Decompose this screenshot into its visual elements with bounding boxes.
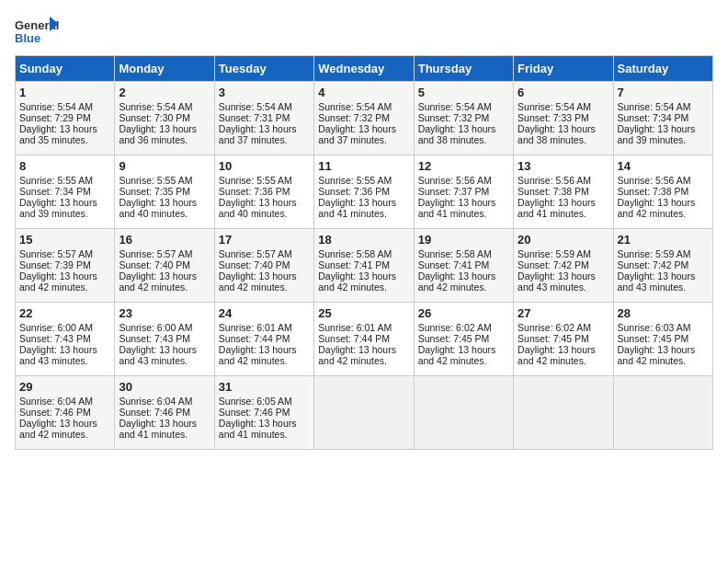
day-info: and 42 minutes. xyxy=(418,355,509,366)
day-cell: 27Sunrise: 6:02 AMSunset: 7:45 PMDayligh… xyxy=(514,303,613,376)
calendar-body: 1Sunrise: 5:54 AMSunset: 7:29 PMDaylight… xyxy=(16,82,713,450)
day-cell: 6Sunrise: 5:54 AMSunset: 7:33 PMDaylight… xyxy=(514,82,613,155)
day-cell: 24Sunrise: 6:01 AMSunset: 7:44 PMDayligh… xyxy=(214,303,313,376)
day-cell: 11Sunrise: 5:55 AMSunset: 7:36 PMDayligh… xyxy=(314,155,414,229)
day-info: and 36 minutes. xyxy=(119,134,210,145)
day-info: Sunrise: 5:55 AM xyxy=(219,175,310,186)
day-number: 26 xyxy=(418,306,509,320)
day-info: Daylight: 13 hours xyxy=(418,197,509,208)
day-info: Sunrise: 6:01 AM xyxy=(219,322,310,333)
day-cell: 21Sunrise: 5:59 AMSunset: 7:42 PMDayligh… xyxy=(613,229,712,303)
header-sunday: Sunday xyxy=(16,56,115,82)
day-info: Sunrise: 5:55 AM xyxy=(119,175,210,186)
day-cell xyxy=(514,376,613,450)
day-info: and 41 minutes. xyxy=(219,429,310,440)
day-number: 25 xyxy=(318,306,409,320)
day-info: Sunset: 7:45 PM xyxy=(618,333,709,344)
calendar-table: SundayMondayTuesdayWednesdayThursdayFrid… xyxy=(15,55,713,450)
day-info: Sunrise: 5:56 AM xyxy=(618,175,709,186)
day-info: Sunset: 7:42 PM xyxy=(618,259,709,270)
day-info: Sunset: 7:44 PM xyxy=(219,333,310,344)
day-info: Sunset: 7:36 PM xyxy=(318,186,409,197)
header-friday: Friday xyxy=(514,56,613,82)
day-info: Daylight: 13 hours xyxy=(119,123,210,134)
day-info: and 42 minutes. xyxy=(19,282,110,293)
day-info: Daylight: 13 hours xyxy=(518,197,609,208)
day-info: and 39 minutes. xyxy=(19,208,110,219)
day-info: Sunset: 7:29 PM xyxy=(19,112,110,123)
day-info: and 39 minutes. xyxy=(618,134,709,145)
day-number: 17 xyxy=(219,233,310,247)
day-info: Sunset: 7:46 PM xyxy=(219,407,310,418)
day-number: 10 xyxy=(219,159,310,173)
day-info: and 41 minutes. xyxy=(518,208,609,219)
day-info: Sunset: 7:45 PM xyxy=(418,333,509,344)
day-info: and 42 minutes. xyxy=(219,282,310,293)
day-info: Daylight: 13 hours xyxy=(418,344,509,355)
day-cell: 25Sunrise: 6:01 AMSunset: 7:44 PMDayligh… xyxy=(314,303,414,376)
day-info: Sunrise: 6:04 AM xyxy=(119,396,210,407)
calendar-header-row: SundayMondayTuesdayWednesdayThursdayFrid… xyxy=(16,56,713,82)
day-info: Sunset: 7:46 PM xyxy=(119,407,210,418)
day-cell: 18Sunrise: 5:58 AMSunset: 7:41 PMDayligh… xyxy=(314,229,414,303)
day-cell: 28Sunrise: 6:03 AMSunset: 7:45 PMDayligh… xyxy=(613,303,712,376)
day-info: Sunset: 7:30 PM xyxy=(119,112,210,123)
day-info: Daylight: 13 hours xyxy=(418,270,509,282)
day-info: and 40 minutes. xyxy=(119,208,210,219)
week-row-2: 8Sunrise: 5:55 AMSunset: 7:34 PMDaylight… xyxy=(16,155,713,229)
day-info: and 42 minutes. xyxy=(618,208,709,219)
week-row-3: 15Sunrise: 5:57 AMSunset: 7:39 PMDayligh… xyxy=(16,229,713,303)
day-info: Sunset: 7:40 PM xyxy=(119,259,210,270)
day-number: 13 xyxy=(518,159,609,173)
day-cell: 7Sunrise: 5:54 AMSunset: 7:34 PMDaylight… xyxy=(613,82,712,155)
day-info: Sunset: 7:34 PM xyxy=(618,112,709,123)
day-info: Daylight: 13 hours xyxy=(318,123,409,134)
day-info: Sunset: 7:44 PM xyxy=(318,333,409,344)
day-info: Sunrise: 5:57 AM xyxy=(219,248,310,259)
day-cell: 19Sunrise: 5:58 AMSunset: 7:41 PMDayligh… xyxy=(414,229,513,303)
day-info: Sunset: 7:45 PM xyxy=(518,333,609,344)
day-number: 11 xyxy=(318,159,409,173)
day-info: Sunset: 7:34 PM xyxy=(19,186,110,197)
day-number: 24 xyxy=(219,306,310,320)
day-cell: 9Sunrise: 5:55 AMSunset: 7:35 PMDaylight… xyxy=(115,155,214,229)
day-cell: 31Sunrise: 6:05 AMSunset: 7:46 PMDayligh… xyxy=(214,376,313,450)
day-info: Sunrise: 5:54 AM xyxy=(618,101,709,112)
day-info: Daylight: 13 hours xyxy=(219,344,310,355)
day-info: Daylight: 13 hours xyxy=(618,197,709,208)
day-info: and 38 minutes. xyxy=(418,134,509,145)
day-info: Sunset: 7:41 PM xyxy=(418,259,509,270)
day-number: 7 xyxy=(618,86,709,99)
day-number: 8 xyxy=(19,159,110,173)
header-wednesday: Wednesday xyxy=(314,56,414,82)
day-number: 29 xyxy=(19,380,110,394)
day-info: Sunrise: 5:57 AM xyxy=(119,248,210,259)
day-cell xyxy=(414,376,513,450)
day-info: Sunset: 7:43 PM xyxy=(119,333,210,344)
day-number: 16 xyxy=(119,233,210,247)
day-info: Sunset: 7:33 PM xyxy=(518,112,609,123)
header-tuesday: Tuesday xyxy=(214,56,313,82)
day-number: 19 xyxy=(418,233,509,247)
day-cell: 10Sunrise: 5:55 AMSunset: 7:36 PMDayligh… xyxy=(214,155,313,229)
day-info: Daylight: 13 hours xyxy=(119,270,210,282)
day-info: and 42 minutes. xyxy=(318,355,409,366)
day-info: and 43 minutes. xyxy=(119,355,210,366)
day-info: and 41 minutes. xyxy=(119,429,210,440)
day-info: and 43 minutes. xyxy=(518,282,609,293)
day-info: Sunset: 7:32 PM xyxy=(418,112,509,123)
day-info: and 42 minutes. xyxy=(318,282,409,293)
day-info: Sunrise: 5:54 AM xyxy=(418,101,509,112)
day-info: Sunset: 7:37 PM xyxy=(418,186,509,197)
day-info: Daylight: 13 hours xyxy=(518,123,609,134)
day-info: and 37 minutes. xyxy=(318,134,409,145)
day-info: Sunrise: 6:03 AM xyxy=(618,322,709,333)
day-number: 1 xyxy=(19,86,110,99)
day-info: Sunrise: 6:01 AM xyxy=(318,322,409,333)
day-cell: 2Sunrise: 5:54 AMSunset: 7:30 PMDaylight… xyxy=(115,82,214,155)
week-row-4: 22Sunrise: 6:00 AMSunset: 7:43 PMDayligh… xyxy=(16,303,713,376)
day-info: Daylight: 13 hours xyxy=(19,197,110,208)
day-info: and 37 minutes. xyxy=(219,134,310,145)
day-info: Daylight: 13 hours xyxy=(618,123,709,134)
day-info: Sunrise: 5:54 AM xyxy=(19,101,110,112)
